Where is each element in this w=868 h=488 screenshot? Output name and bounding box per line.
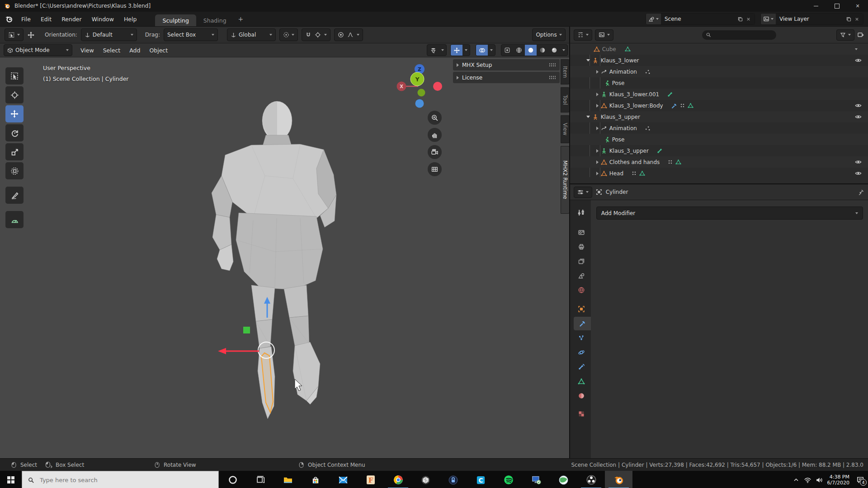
sidebar-tab-item[interactable]: Item xyxy=(561,59,569,84)
chevron-down-icon[interactable] xyxy=(439,45,446,56)
tab-output[interactable] xyxy=(574,240,589,253)
menu-window[interactable]: Window xyxy=(87,12,119,26)
outliner-row-cube[interactable]: Cube xyxy=(570,43,868,55)
wifi-icon[interactable] xyxy=(804,476,811,484)
eye-icon[interactable] xyxy=(855,102,862,109)
viewport-3d[interactable]: User Perspective (1) Scene Collection | … xyxy=(0,57,569,459)
tool-annotate[interactable] xyxy=(5,187,24,204)
show-overlays-icon[interactable] xyxy=(476,45,488,56)
new-scene-icon[interactable] xyxy=(737,16,743,22)
taskbar-mail-icon[interactable] xyxy=(329,471,357,488)
new-collection-icon[interactable] xyxy=(857,31,864,38)
menu-render[interactable]: Render xyxy=(57,12,87,26)
workspace-tab-shading[interactable]: Shading xyxy=(196,14,234,26)
ortho-toggle-button[interactable] xyxy=(428,162,442,176)
pivot-point-dropdown[interactable] xyxy=(279,28,298,41)
expand-icon[interactable] xyxy=(596,149,599,153)
outliner-row-klaus-3-upper[interactable]: Klaus_3_upper xyxy=(570,111,868,122)
taskbar-cortana-icon[interactable] xyxy=(219,471,246,488)
outliner-row-head[interactable]: Head xyxy=(570,168,868,179)
action-center[interactable]: 4 xyxy=(856,476,864,484)
falloff-curve-icon[interactable] xyxy=(347,32,354,38)
expand-icon[interactable] xyxy=(596,93,599,96)
tab-texture[interactable] xyxy=(574,407,589,421)
taskbar-task-view-icon[interactable] xyxy=(246,471,274,488)
outliner-row-pose[interactable]: Pose xyxy=(570,134,868,145)
volume-icon[interactable] xyxy=(816,476,823,484)
maximize-button[interactable] xyxy=(826,0,847,12)
outliner-row-klaus-3-upper-arm[interactable]: Klaus_3_upper xyxy=(570,145,868,156)
tool-transform[interactable] xyxy=(5,162,24,179)
remove-view-layer-icon[interactable] xyxy=(854,17,859,22)
new-view-layer-icon[interactable] xyxy=(846,16,852,22)
outliner-row-klaus-3-lower-001[interactable]: Klaus_3_lower.001 xyxy=(570,89,868,100)
menu-file[interactable]: File xyxy=(16,12,36,26)
tab-particles[interactable] xyxy=(574,331,589,345)
shading-wireframe-icon[interactable] xyxy=(513,45,525,56)
panel-license[interactable]: License xyxy=(453,72,560,83)
tab-scene[interactable] xyxy=(574,269,589,282)
move-tool-icon[interactable] xyxy=(27,31,35,39)
shading-rendered-icon[interactable] xyxy=(548,45,560,56)
menu-edit[interactable]: Edit xyxy=(36,12,57,26)
unlink-scene-icon[interactable] xyxy=(746,17,751,22)
taskbar-spotify-icon[interactable] xyxy=(495,471,522,488)
tab-modifiers[interactable] xyxy=(574,317,591,330)
clock[interactable]: 4:38 PM 6/7/2020 xyxy=(827,474,849,486)
blender-logo-icon[interactable] xyxy=(5,14,14,23)
taskbar-3d-viewer-icon[interactable] xyxy=(412,471,439,488)
tool-measure[interactable] xyxy=(5,211,24,228)
expand-icon[interactable] xyxy=(596,104,599,108)
tool-select-box[interactable] xyxy=(5,67,24,84)
taskbar-search[interactable] xyxy=(22,471,219,488)
drag-dropdown[interactable]: Select Box xyxy=(164,28,218,41)
expand-icon[interactable] xyxy=(596,160,599,164)
snap-magnet-icon[interactable] xyxy=(305,32,311,38)
camera-view-button[interactable] xyxy=(428,145,442,159)
outliner-display-mode[interactable] xyxy=(595,29,613,41)
start-button[interactable] xyxy=(0,471,22,488)
scene-selector[interactable]: Scene xyxy=(646,13,755,25)
eye-icon[interactable] xyxy=(855,57,862,64)
taskbar-remote-pc-icon[interactable] xyxy=(522,471,550,488)
zoom-button[interactable] xyxy=(428,111,442,125)
snap-target-icon[interactable] xyxy=(315,32,321,38)
outliner-row-clothes-and-hands[interactable]: Clothes and hands xyxy=(570,156,868,168)
navigation-gizmo[interactable]: Z Y X xyxy=(387,60,445,111)
collapse-icon[interactable] xyxy=(586,59,590,61)
show-gizmos-icon[interactable] xyxy=(451,45,462,56)
outliner-row-klaus-3-lower[interactable]: Klaus_3_lower xyxy=(570,55,868,66)
tab-constraints[interactable] xyxy=(574,360,589,374)
taskbar-chrome-icon[interactable] xyxy=(384,471,412,488)
proportional-editing-icon[interactable] xyxy=(338,32,344,38)
viewport-menu-object[interactable]: Object xyxy=(145,47,172,54)
sidebar-tab-tool[interactable]: Tool xyxy=(561,87,569,113)
editor-type-outliner[interactable] xyxy=(574,29,592,41)
shading-solid-icon[interactable] xyxy=(525,45,537,56)
tab-tool[interactable] xyxy=(574,206,589,219)
options-dropdown[interactable]: Options xyxy=(532,28,565,41)
viewport-menu-select[interactable]: Select xyxy=(99,47,125,54)
tool-rotate[interactable] xyxy=(5,124,24,141)
chevron-down-icon[interactable] xyxy=(462,45,470,56)
sidebar-tab-mhx2-runtime[interactable]: MHX2 Runtime xyxy=(561,146,569,214)
xray-toggle-icon[interactable] xyxy=(501,45,513,56)
tab-render[interactable] xyxy=(574,225,589,239)
taskbar-file-explorer-icon[interactable] xyxy=(274,471,302,488)
panel-mhx-setup[interactable]: MHX Setup xyxy=(453,59,560,70)
search-input[interactable] xyxy=(39,476,190,484)
tool-scale[interactable] xyxy=(5,143,24,160)
view-layer-selector[interactable]: View Layer xyxy=(760,13,863,25)
taskbar-fl-app-icon[interactable]: F xyxy=(357,471,384,488)
close-button[interactable] xyxy=(847,0,868,12)
tool-cursor[interactable] xyxy=(5,86,24,103)
tab-material[interactable] xyxy=(574,389,589,403)
menu-help[interactable]: Help xyxy=(119,12,142,26)
outliner-row-animation[interactable]: Animation xyxy=(570,66,868,77)
viewport-menu-view[interactable]: View xyxy=(76,47,99,54)
expand-icon[interactable] xyxy=(596,172,599,175)
outliner-row-pose[interactable]: Pose xyxy=(570,77,868,89)
outliner-search[interactable] xyxy=(702,30,776,40)
pan-button[interactable] xyxy=(428,128,442,142)
taskbar-store-icon[interactable] xyxy=(302,471,329,488)
